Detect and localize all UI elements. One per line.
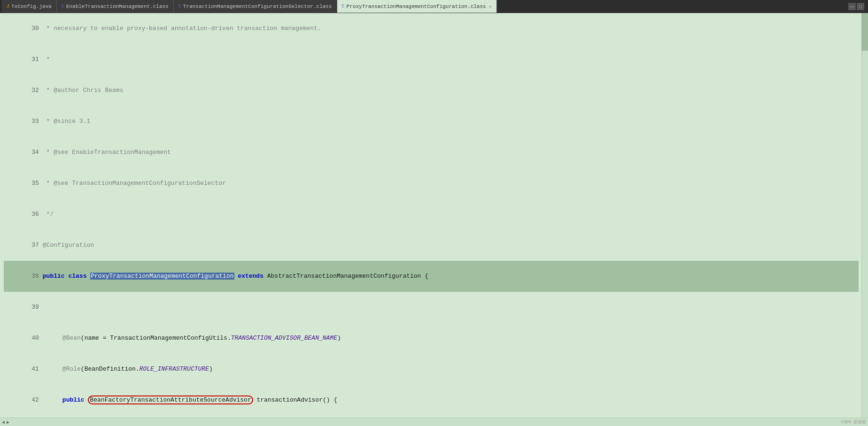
code-line-40: 40 @Bean(name = TransactionManagementCon… <box>4 323 859 354</box>
close-icon[interactable]: ✕ <box>489 4 492 9</box>
tab-label-proxy: ProxyTransactionManagementConfiguration.… <box>347 4 486 9</box>
watermark: CSDN 必读频 <box>841 419 866 425</box>
code-line-42: 42 public BeanFactoryTransactionAttribut… <box>4 385 859 416</box>
code-line-32: 32 * @author Chris Beams <box>4 75 859 106</box>
window-controls: — □ <box>848 3 866 10</box>
vertical-scrollbar[interactable] <box>861 13 868 426</box>
tab-proxy[interactable]: C ProxyTransactionManagementConfiguratio… <box>337 0 497 13</box>
restore-button[interactable]: □ <box>857 3 864 10</box>
scroll-right-button[interactable]: ▶ <box>7 419 9 425</box>
tab-bar: J TxConfig.java C EnableTransactionManag… <box>0 0 868 13</box>
tab-label-txconfig: TxConfig.java <box>11 4 52 9</box>
code-line-39: 39 <box>4 292 859 323</box>
editor-container: 30 * necessary to enable proxy-based ann… <box>0 13 868 426</box>
tab-label-selector: TransactionManagementConfigurationSelect… <box>183 4 332 9</box>
code-line-41: 41 @Role(BeanDefinition.ROLE_INFRASTRUCT… <box>4 354 859 385</box>
code-line-31: 31 * <box>4 44 859 75</box>
tab-txconfig[interactable]: J TxConfig.java <box>2 0 57 13</box>
scrollbar-thumb[interactable] <box>861 13 868 51</box>
code-line-36: 36 */ <box>4 199 859 230</box>
bottom-bar: ◀ ▶ CSDN 必读频 <box>0 418 868 426</box>
code-line-33: 33 * @since 3.1 <box>4 106 859 137</box>
code-line-37: 37@Configuration <box>4 230 859 261</box>
minimize-button[interactable]: — <box>848 3 856 10</box>
code-line-30: 30 * necessary to enable proxy-based ann… <box>4 13 859 44</box>
code-line-35: 35 * @see TransactionManagementConfigura… <box>4 168 859 199</box>
tab-icon-j: J <box>7 4 9 9</box>
code-area[interactable]: 30 * necessary to enable proxy-based ann… <box>0 13 868 426</box>
tab-label-enable: EnableTransactionManagement.class <box>66 4 169 9</box>
tab-icon-c2: C <box>178 4 181 9</box>
tab-icon-c3: C <box>342 4 345 9</box>
tab-enable[interactable]: C EnableTransactionManagement.class <box>57 0 174 13</box>
code-line-38: 38public class ProxyTransactionManagemen… <box>4 261 859 292</box>
code-line-34: 34 * @see EnableTransactionManagement <box>4 137 859 168</box>
tab-icon-c1: C <box>62 4 64 9</box>
scroll-left-button[interactable]: ◀ <box>2 419 5 425</box>
tab-selector[interactable]: C TransactionManagementConfigurationSele… <box>174 0 337 13</box>
